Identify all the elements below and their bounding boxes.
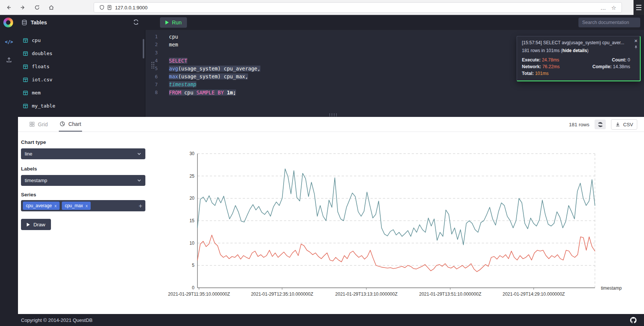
results-section: Grid Chart 181 rows <box>18 117 644 314</box>
line-number: 8 <box>146 90 163 95</box>
table-icon <box>23 64 28 69</box>
sidebar-item-console[interactable]: </> <box>0 35 18 49</box>
hide-details-link[interactable]: hide details <box>562 48 587 53</box>
add-series-button[interactable]: + <box>139 203 142 209</box>
back-button[interactable] <box>3 2 14 13</box>
table-icon <box>23 38 28 43</box>
page-actions-icon[interactable]: … <box>601 5 606 10</box>
table-list-item[interactable]: doubles <box>18 47 145 60</box>
query-notification: [15:57:54] SELECT avg(usage_system) cpu_… <box>517 36 641 81</box>
line-number: 7 <box>146 82 163 87</box>
x-axis-tick-labels: 2021-01-29T11:35:10.000000Z 2021-01-29T1… <box>197 292 595 298</box>
line-number: 3 <box>146 50 163 55</box>
copyright-text: Copyright © 2014-2021 QuestDB <box>21 317 93 323</box>
bookmark-star-icon[interactable]: ☆ <box>611 5 616 10</box>
labels-value: timestamp <box>25 178 137 183</box>
query-section: cpu doubles floats iot.csv mem <box>18 30 644 117</box>
line-number: 5 <box>146 66 163 71</box>
pie-chart-icon <box>60 121 65 127</box>
play-icon <box>165 20 169 25</box>
rows-count: 181 rows <box>569 122 589 127</box>
github-link[interactable] <box>630 317 637 323</box>
run-button[interactable]: Run <box>160 17 187 28</box>
table-list-item[interactable]: floats <box>18 60 145 73</box>
table-name: cpu <box>32 37 40 43</box>
chevron-down-icon <box>137 178 142 183</box>
draw-button-label: Draw <box>33 222 45 227</box>
code-icon: </> <box>5 39 13 45</box>
tab-chart[interactable]: Chart <box>59 117 82 132</box>
home-icon <box>48 4 54 10</box>
line-number: 2 <box>146 42 163 47</box>
download-icon <box>615 122 620 127</box>
tables-scrollbar-thumb[interactable] <box>143 39 144 58</box>
table-name: floats <box>32 64 49 69</box>
table-icon <box>23 77 28 82</box>
footer: Copyright © 2014-2021 QuestDB <box>0 314 644 326</box>
refresh-icon <box>598 122 603 127</box>
compile-time: 14.38ms <box>613 64 630 69</box>
browser-toolbar: 127.0.0.1:9000 … ☆ <box>0 0 644 15</box>
refresh-icon <box>133 19 139 25</box>
reload-button[interactable] <box>31 2 43 13</box>
line-number: 4 <box>146 58 163 63</box>
home-button[interactable] <box>46 2 57 13</box>
table-name: mem <box>32 90 40 96</box>
remove-series-icon[interactable]: x <box>54 203 57 208</box>
panel-splitter-handle[interactable] <box>329 113 338 116</box>
tab-grid[interactable]: Grid <box>28 117 48 132</box>
editor-line: 8 FROM cpu SAMPLE BY 1m; <box>146 88 644 96</box>
table-name: my_table <box>32 103 55 109</box>
table-list-item[interactable]: iot.csv <box>18 73 145 86</box>
tables-refresh-button[interactable] <box>133 19 139 27</box>
table-list-item[interactable]: mem <box>18 86 145 99</box>
line-number: 1 <box>146 34 163 39</box>
sidebar-item-import[interactable] <box>0 53 18 67</box>
y-axis-tick-labels: 3025 2015 105 0 <box>182 151 194 290</box>
close-icon[interactable]: × <box>634 38 638 43</box>
database-icon <box>21 19 27 25</box>
table-icon <box>23 51 28 56</box>
shield-icon[interactable] <box>99 5 105 10</box>
url-text: 127.0.0.1:9000 <box>115 5 601 10</box>
tables-panel: cpu doubles floats iot.csv mem <box>18 30 145 117</box>
chart-canvas <box>197 154 595 288</box>
notification-summary: 181 rows in 101ms (hide details) <box>522 48 630 53</box>
series-input[interactable]: cpu_averagex cpu_maxx + <box>21 200 145 211</box>
total-time: 101ms <box>535 71 548 76</box>
workspace: </> cpu doubles <box>0 30 644 314</box>
draw-button[interactable]: Draw <box>21 219 51 230</box>
results-header: Grid Chart 181 rows <box>18 117 644 132</box>
csv-download-button[interactable]: CSV <box>611 119 637 130</box>
address-bar[interactable]: 127.0.0.1:9000 … ☆ <box>94 2 622 13</box>
x-axis-title: timestamp <box>601 286 622 291</box>
remove-series-icon[interactable]: x <box>86 203 88 208</box>
chevron-down-icon <box>137 151 142 156</box>
table-icon <box>23 103 28 109</box>
play-icon <box>27 223 30 227</box>
notification-query-text: [15:57:54] SELECT avg(usage_system) cpu_… <box>522 40 630 45</box>
upload-icon <box>6 57 12 63</box>
line-number: 6 <box>146 74 163 79</box>
hamburger-icon <box>636 5 641 6</box>
line-chart <box>197 154 595 288</box>
forward-button[interactable] <box>17 2 28 13</box>
github-icon <box>630 317 637 323</box>
console-topbar: Tables Run <box>0 15 644 30</box>
labels-label: Labels <box>21 166 37 172</box>
chart-type-select[interactable]: line <box>21 148 145 159</box>
series-chip: cpu_maxx <box>62 202 91 210</box>
table-list-item[interactable]: cpu <box>18 34 145 47</box>
page-info-icon[interactable] <box>107 5 112 10</box>
table-list-item[interactable]: my_table <box>18 99 145 112</box>
pin-icon[interactable] <box>634 45 638 51</box>
browser-menu-button[interactable] <box>634 0 644 15</box>
labels-select[interactable]: timestamp <box>21 175 145 186</box>
series-label: Series <box>21 192 36 197</box>
run-button-label: Run <box>172 19 182 25</box>
tab-grid-label: Grid <box>38 121 48 127</box>
refresh-results-button[interactable] <box>595 120 606 129</box>
count-value: 0 <box>628 57 630 63</box>
execute-time: 24.78ms <box>542 57 559 63</box>
search-documentation-input[interactable] <box>578 18 640 27</box>
